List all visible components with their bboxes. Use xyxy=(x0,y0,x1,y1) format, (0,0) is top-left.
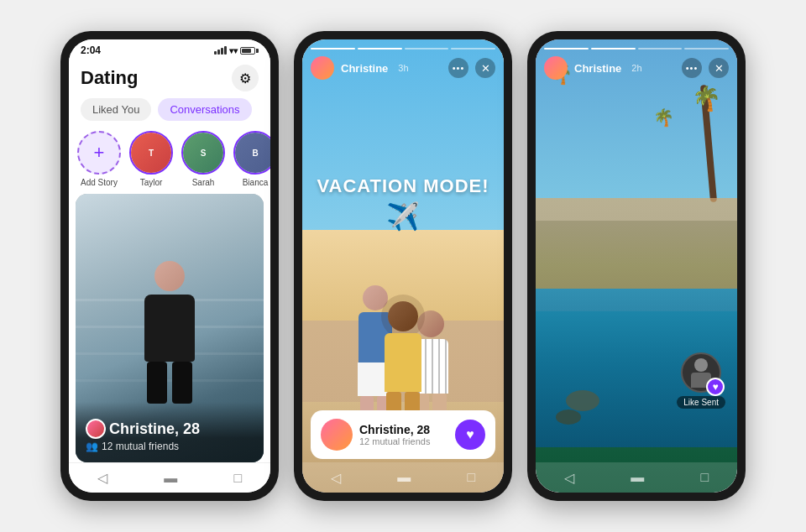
back-nav-icon-3[interactable]: ◁ xyxy=(564,470,574,486)
more-dots-icon-3: ••• xyxy=(686,63,699,73)
tab-conversations[interactable]: Conversations xyxy=(158,98,251,121)
story-card-mutual: 12 mutual friends xyxy=(359,436,430,446)
story-card-name: Christine, 28 xyxy=(359,423,430,436)
mutual-friends-icon: 👥 xyxy=(86,441,98,452)
progress-bars-3 xyxy=(544,48,729,50)
more-options-button[interactable]: ••• xyxy=(448,58,468,78)
story-mini-avatar-3 xyxy=(544,56,568,80)
story-taylor[interactable]: T Taylor xyxy=(129,131,173,187)
wifi-icon: ▾▾ xyxy=(229,46,238,55)
dating-header: Dating ⚙ xyxy=(69,58,270,95)
back-nav-icon[interactable]: ◁ xyxy=(97,470,107,486)
like-sent-label: Like Sent xyxy=(677,396,725,409)
bianca-label: Bianca xyxy=(243,178,269,187)
progress-seg-3-1 xyxy=(544,48,589,50)
plane-emoji: ✈️ xyxy=(317,201,489,232)
progress-seg-3 xyxy=(405,48,449,50)
settings-button[interactable]: ⚙ xyxy=(232,65,259,91)
story-info-row-3: Christine 2h ••• ✕ xyxy=(544,56,729,80)
story-view-3: 🌴 🌴 🌴 xyxy=(536,39,737,493)
progress-seg-3-2 xyxy=(591,48,636,50)
home-nav-icon[interactable]: ▬ xyxy=(164,471,177,486)
close-icon: ✕ xyxy=(481,62,490,75)
back-nav-icon-2[interactable]: ◁ xyxy=(331,470,341,486)
navigation-bar-2: ◁ ▬ □ xyxy=(302,462,504,493)
add-story-avatar: + xyxy=(77,131,121,175)
tabs-row: Liked You Conversations xyxy=(69,95,270,128)
progress-seg-4 xyxy=(451,48,495,50)
story-bottom-card: Christine, 28 12 mutual friends ♥ xyxy=(311,410,495,459)
story-user-info: Christine 3h xyxy=(311,56,409,80)
stories-row: + Add Story T Taylor S Sarah xyxy=(69,128,270,194)
card-mini-avatar xyxy=(86,419,106,439)
story-sarah[interactable]: S Sarah xyxy=(181,131,225,187)
status-icons: ▾▾ xyxy=(214,46,259,55)
progress-seg-2 xyxy=(358,48,402,50)
page-title: Dating xyxy=(81,67,138,89)
like-sent-badge: ♥ Like Sent xyxy=(677,352,725,409)
story-actions-3: ••• ✕ xyxy=(682,58,729,78)
plus-icon: + xyxy=(94,142,105,164)
status-time: 2:04 xyxy=(81,44,101,56)
story-text-overlay: VACATION MODE! ✈️ xyxy=(317,175,489,232)
story-header-2: Christine 3h ••• ✕ xyxy=(302,39,504,80)
story-username-3: Christine xyxy=(574,62,621,75)
square-nav-icon-2[interactable]: □ xyxy=(468,470,476,485)
resort-background: 🌴 🌴 🌴 xyxy=(536,39,737,493)
close-story-button-3[interactable]: ✕ xyxy=(709,58,729,78)
profile-card[interactable]: Christine, 28 👥 12 mutual friends xyxy=(76,194,264,462)
battery-icon xyxy=(240,47,259,55)
card-person-name: Christine, 28 xyxy=(109,420,200,438)
progress-seg-1 xyxy=(311,48,355,50)
story-info-row: Christine 3h ••• ✕ xyxy=(311,56,495,80)
story-add[interactable]: + Add Story xyxy=(77,131,121,187)
close-story-button[interactable]: ✕ xyxy=(475,58,495,78)
story-header-3: Christine 2h ••• ✕ xyxy=(536,39,737,80)
home-nav-icon-2[interactable]: ▬ xyxy=(397,470,411,485)
vacation-mode-text: VACATION MODE! xyxy=(317,175,489,197)
home-nav-icon-3[interactable]: ▬ xyxy=(631,470,644,485)
square-nav-icon[interactable]: □ xyxy=(234,471,243,486)
signal-icon xyxy=(214,46,227,55)
tab-liked-you[interactable]: Liked You xyxy=(81,98,151,121)
navigation-bar-3: ◁ ▬ □ xyxy=(536,462,737,493)
navigation-bar-1: ◁ ▬ □ xyxy=(69,462,270,493)
close-icon-3: ✕ xyxy=(714,62,724,75)
square-nav-icon-3[interactable]: □ xyxy=(701,470,709,485)
story-view-2: Christine 3h ••• ✕ VACATION MODE! xyxy=(302,39,504,493)
sarah-label: Sarah xyxy=(192,178,215,187)
progress-seg-3-3 xyxy=(638,48,683,50)
progress-bars xyxy=(311,48,495,50)
phone-3-screen: 🌴 🌴 🌴 xyxy=(536,39,737,493)
phone-2-screen: Christine 3h ••• ✕ VACATION MODE! xyxy=(302,39,504,493)
card-overlay: Christine, 28 👥 12 mutual friends xyxy=(76,402,264,462)
story-card-avatar xyxy=(321,419,353,451)
story-mini-avatar xyxy=(311,56,334,80)
story-time: 3h xyxy=(398,63,408,73)
bianca-avatar: B xyxy=(233,131,270,175)
card-mutual-friends: 👥 12 mutual friends xyxy=(86,441,254,452)
story-bianca[interactable]: B Bianca xyxy=(233,131,270,187)
person-silhouette xyxy=(132,261,207,404)
gear-icon: ⚙ xyxy=(239,70,251,86)
story-time-3: 2h xyxy=(631,63,641,73)
phone-2: Christine 3h ••• ✕ VACATION MODE! xyxy=(294,31,512,501)
like-sent-heart: ♥ xyxy=(706,378,725,396)
story-card-text: Christine, 28 12 mutual friends xyxy=(359,423,430,446)
taylor-avatar: T xyxy=(129,131,173,175)
like-button[interactable]: ♥ xyxy=(455,420,485,450)
sarah-avatar: S xyxy=(181,131,225,175)
heart-icon: ♥ xyxy=(466,427,474,442)
story-username: Christine xyxy=(341,62,388,75)
like-sent-avatar-wrap: ♥ xyxy=(681,352,721,393)
more-options-button-3[interactable]: ••• xyxy=(682,58,702,78)
story-card-person-info: Christine, 28 12 mutual friends xyxy=(321,419,430,451)
progress-seg-3-4 xyxy=(684,48,729,50)
story-actions: ••• ✕ xyxy=(448,58,495,78)
taylor-label: Taylor xyxy=(140,178,163,187)
phone-1: 2:04 ▾▾ Dating ⚙ xyxy=(60,31,279,501)
phone-1-screen: 2:04 ▾▾ Dating ⚙ xyxy=(69,39,270,493)
story-user-info-3: Christine 2h xyxy=(544,56,642,80)
status-bar-1: 2:04 ▾▾ xyxy=(69,39,270,58)
phone-3: 🌴 🌴 🌴 xyxy=(527,31,746,501)
